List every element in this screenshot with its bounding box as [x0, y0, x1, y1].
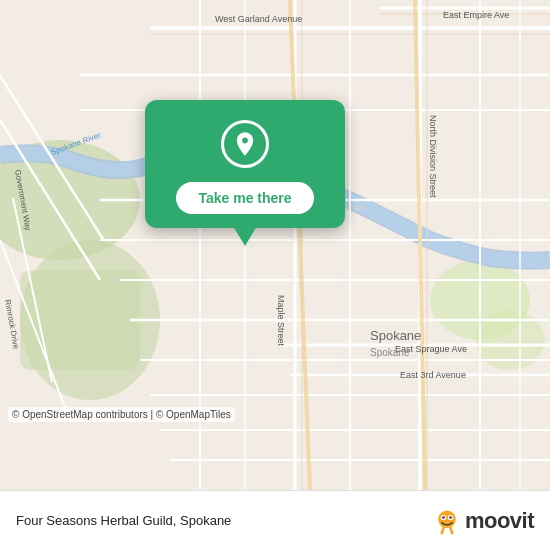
svg-text:North Division Street: North Division Street	[428, 115, 438, 198]
svg-text:Spokane: Spokane	[370, 347, 410, 358]
take-me-there-button[interactable]: Take me there	[176, 182, 313, 214]
svg-rect-51	[355, 205, 363, 211]
moovit-text: moovit	[465, 508, 534, 534]
place-name-label: Four Seasons Herbal Guild, Spokane	[16, 513, 231, 528]
svg-point-56	[442, 516, 445, 519]
popup-icon-circle	[221, 120, 269, 168]
svg-line-59	[442, 528, 444, 533]
moovit-mascot-icon	[433, 507, 461, 535]
svg-text:West Garland Avenue: West Garland Avenue	[215, 14, 302, 24]
map-attribution: © OpenStreetMap contributors | © OpenMap…	[8, 407, 235, 422]
svg-text:East 3rd Avenue: East 3rd Avenue	[400, 370, 466, 380]
svg-text:Maple Street: Maple Street	[276, 295, 286, 347]
svg-text:East Empire Ave: East Empire Ave	[443, 10, 509, 20]
svg-text:Spokane: Spokane	[370, 328, 421, 343]
location-popup: Take me there	[145, 100, 345, 228]
bottom-bar: Four Seasons Herbal Guild, Spokane moovi…	[0, 490, 550, 550]
location-pin-icon	[231, 130, 259, 158]
svg-point-58	[449, 516, 452, 519]
map-view: West Garland Avenue East Empire Ave Nort…	[0, 0, 550, 490]
moovit-logo: moovit	[433, 507, 534, 535]
svg-line-60	[450, 528, 452, 533]
